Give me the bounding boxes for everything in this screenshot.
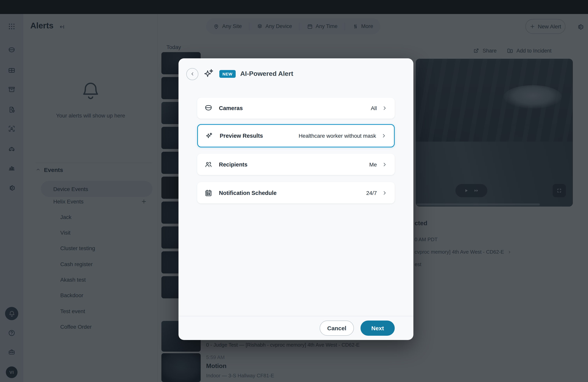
next-button[interactable]: Next	[360, 320, 395, 336]
new-badge: NEW	[219, 70, 235, 78]
modal-title: AI-Powered Alert	[240, 70, 293, 78]
cancel-button[interactable]: Cancel	[320, 320, 354, 336]
chevron-right-icon	[381, 133, 387, 139]
cameras-row[interactable]: Cameras All	[197, 98, 395, 119]
row-label: Notification Schedule	[219, 190, 277, 196]
back-button[interactable]	[186, 68, 198, 80]
chevron-right-icon	[381, 161, 388, 168]
sparkles-icon	[205, 131, 213, 140]
sparkles-icon	[203, 68, 215, 80]
row-value: 24/7	[366, 190, 377, 196]
modal-header: NEW AI-Powered Alert	[186, 68, 293, 80]
schedule-calendar-icon	[204, 189, 213, 197]
chevron-right-icon	[381, 190, 388, 196]
row-value: All	[371, 105, 377, 111]
camera-dome-icon	[204, 104, 213, 112]
row-value: Healthcare worker without mask	[299, 133, 376, 139]
notification-schedule-row[interactable]: Notification Schedule 24/7	[197, 182, 395, 203]
screen: VI Alerts Your alerts will show up here …	[0, 0, 588, 382]
people-icon	[204, 160, 213, 169]
chevron-left-icon	[189, 71, 195, 77]
row-label: Recipients	[219, 161, 248, 168]
ai-powered-alert-modal: NEW AI-Powered Alert Cameras All Preview…	[178, 58, 413, 340]
preview-results-row[interactable]: Preview Results Healthcare worker withou…	[197, 124, 395, 148]
row-label: Cameras	[219, 105, 243, 111]
recipients-row[interactable]: Recipients Me	[197, 154, 395, 175]
row-label: Preview Results	[220, 133, 263, 139]
row-value: Me	[369, 161, 377, 168]
chevron-right-icon	[381, 105, 388, 111]
modal-footer-divider	[178, 316, 413, 316]
